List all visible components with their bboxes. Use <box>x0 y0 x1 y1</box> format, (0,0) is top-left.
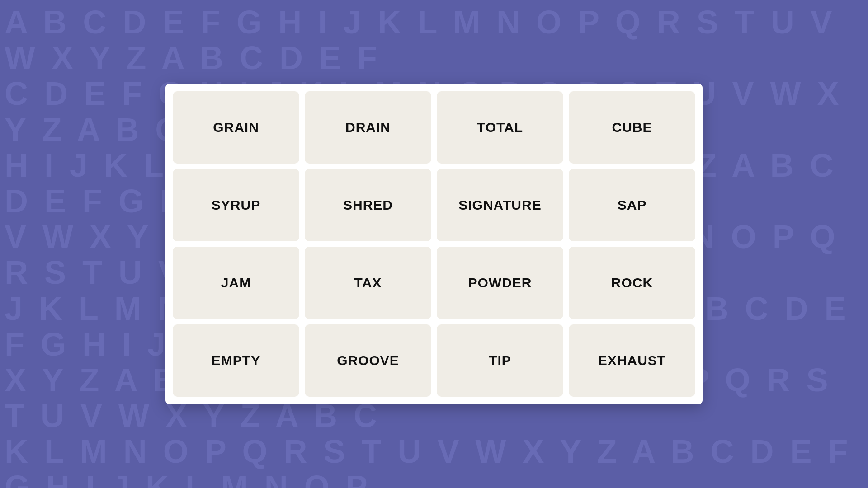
word-card-syrup[interactable]: SYRUP <box>173 169 299 241</box>
word-card-groove[interactable]: GROOVE <box>305 324 431 397</box>
word-label-syrup: SYRUP <box>212 197 260 213</box>
word-label-shred: SHRED <box>343 197 393 213</box>
word-card-tip[interactable]: TIP <box>437 324 563 397</box>
word-card-tax[interactable]: TAX <box>305 247 431 319</box>
word-grid: GRAINDRAINTOTALCUBESYRUPSHREDSIGNATURESA… <box>165 84 703 404</box>
word-label-grain: GRAIN <box>213 120 259 135</box>
word-label-powder: POWDER <box>468 275 532 291</box>
word-label-sap: SAP <box>618 197 647 213</box>
word-card-sap[interactable]: SAP <box>569 169 695 241</box>
word-label-cube: CUBE <box>612 120 652 135</box>
word-label-tip: TIP <box>489 353 511 368</box>
word-card-rock[interactable]: ROCK <box>569 247 695 319</box>
word-label-jam: JAM <box>221 275 251 291</box>
word-card-total[interactable]: TOTAL <box>437 91 563 164</box>
word-card-exhaust[interactable]: EXHAUST <box>569 324 695 397</box>
word-label-drain: DRAIN <box>345 120 391 135</box>
word-card-shred[interactable]: SHRED <box>305 169 431 241</box>
word-card-powder[interactable]: POWDER <box>437 247 563 319</box>
word-label-groove: GROOVE <box>337 353 399 368</box>
word-label-signature: SIGNATURE <box>458 197 541 213</box>
word-card-signature[interactable]: SIGNATURE <box>437 169 563 241</box>
word-card-drain[interactable]: DRAIN <box>305 91 431 164</box>
word-card-grain[interactable]: GRAIN <box>173 91 299 164</box>
word-label-tax: TAX <box>354 275 382 291</box>
word-label-empty: EMPTY <box>212 353 260 368</box>
word-card-cube[interactable]: CUBE <box>569 91 695 164</box>
word-label-total: TOTAL <box>477 120 523 135</box>
word-label-exhaust: EXHAUST <box>598 353 666 368</box>
word-card-jam[interactable]: JAM <box>173 247 299 319</box>
word-card-empty[interactable]: EMPTY <box>173 324 299 397</box>
word-label-rock: ROCK <box>611 275 653 291</box>
